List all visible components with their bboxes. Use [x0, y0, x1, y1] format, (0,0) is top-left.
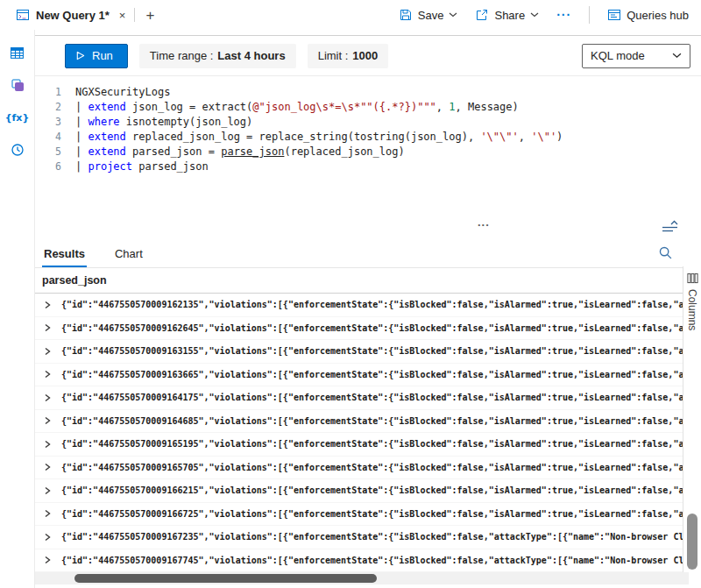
- row-json-text: {"id":"4467550570009167235","violations"…: [61, 532, 683, 542]
- code-text: NGXSecurityLogs: [75, 85, 170, 100]
- row-json-text: {"id":"4467550570009162135","violations"…: [61, 300, 683, 309]
- more-commands-button[interactable]: ···: [556, 8, 571, 22]
- panel-splitter: ...: [35, 218, 701, 237]
- queries-hub-button[interactable]: Queries hub: [607, 8, 689, 22]
- kql-mode-dropdown[interactable]: KQL mode: [582, 44, 690, 68]
- results-grid: parsed_json {"id":"4467550570009162135",…: [35, 267, 701, 572]
- row-json-text: {"id":"4467550570009166215","violations"…: [61, 485, 683, 495]
- vertical-scrollbar-thumb[interactable]: [687, 514, 697, 570]
- table-row[interactable]: {"id":"4467550570009167745","violations"…: [35, 549, 683, 573]
- search-icon[interactable]: [658, 245, 673, 260]
- row-json-text: {"id":"4467550570009164175","violations"…: [61, 393, 683, 402]
- table-row[interactable]: {"id":"4467550570009164175","violations"…: [35, 386, 683, 410]
- line-number: 1: [35, 85, 75, 100]
- tab-results[interactable]: Results: [42, 247, 87, 267]
- query-panel: Run Time range : Last 4 hours Limit : 10…: [35, 35, 701, 218]
- share-button[interactable]: Share: [475, 8, 539, 22]
- code-line[interactable]: 1NGXSecurityLogs: [35, 85, 701, 100]
- table-row[interactable]: {"id":"4467550570009164685","violations"…: [35, 410, 683, 434]
- tab-chart[interactable]: Chart: [113, 247, 145, 267]
- limit-button[interactable]: Limit : 1000: [308, 44, 389, 68]
- column-header-parsed-json[interactable]: parsed_json: [35, 267, 683, 294]
- code-text: | extend parsed_json = parse_json(replac…: [75, 145, 405, 159]
- code-line[interactable]: 4| extend replaced_json_log = replace_st…: [35, 130, 701, 145]
- expand-row-chevron-icon[interactable]: [43, 486, 52, 495]
- row-json-text: {"id":"4467550570009167745","violations"…: [61, 556, 683, 565]
- expand-row-chevron-icon[interactable]: [43, 370, 52, 379]
- expand-row-chevron-icon[interactable]: [43, 301, 52, 309]
- table-row[interactable]: {"id":"4467550570009163155","violations"…: [35, 340, 683, 364]
- expand-row-chevron-icon[interactable]: [43, 393, 52, 402]
- row-json-text: {"id":"4467550570009166725","violations"…: [61, 509, 683, 519]
- row-json-text: {"id":"4467550570009164685","violations"…: [61, 416, 683, 426]
- tab-label: New Query 1*: [36, 9, 110, 22]
- resize-handle[interactable]: ...: [478, 218, 490, 227]
- code-text: | where isnotempty(json_log): [75, 115, 252, 130]
- time-range-value: Last 4 hours: [217, 49, 285, 62]
- run-button[interactable]: Run: [65, 44, 128, 68]
- queries-hub-icon: [607, 8, 621, 22]
- code-line[interactable]: 6| project parsed_json: [35, 159, 701, 174]
- code-text: | extend replaced_json_log = replace_str…: [75, 130, 563, 145]
- horizontal-scrollbar-thumb[interactable]: [74, 574, 377, 583]
- tables-icon[interactable]: [7, 44, 28, 61]
- expand-row-chevron-icon[interactable]: [43, 509, 52, 518]
- horizontal-scrollbar[interactable]: [35, 572, 689, 584]
- results-rows: {"id":"4467550570009162135","violations"…: [35, 294, 683, 572]
- results-tab-bar: Results Chart: [35, 237, 701, 267]
- share-icon: [475, 8, 489, 22]
- query-editor[interactable]: 1NGXSecurityLogs2| extend json_log = ext…: [35, 76, 701, 218]
- table-row[interactable]: {"id":"4467550570009166725","violations"…: [35, 503, 683, 527]
- table-row[interactable]: {"id":"4467550570009162645","violations"…: [35, 317, 683, 341]
- line-number: 3: [35, 115, 75, 130]
- expand-row-chevron-icon[interactable]: [43, 440, 52, 449]
- row-json-text: {"id":"4467550570009165705","violations"…: [61, 463, 683, 472]
- tab-new-query[interactable]: New Query 1* ×: [0, 0, 134, 30]
- line-number: 6: [35, 159, 75, 174]
- query-tab-icon: [16, 8, 30, 22]
- save-label: Save: [418, 9, 444, 22]
- main-pane: Run Time range : Last 4 hours Limit : 10…: [35, 30, 701, 588]
- new-tab-button[interactable]: +: [145, 8, 154, 23]
- limit-label: Limit :: [318, 49, 349, 62]
- tab-bar: New Query 1* × + Save: [0, 0, 701, 30]
- code-line[interactable]: 5| extend parsed_json = parse_json(repla…: [35, 145, 701, 159]
- columns-panel-toggle[interactable]: Columns: [686, 273, 698, 330]
- row-json-text: {"id":"4467550570009165195","violations"…: [61, 439, 683, 449]
- expand-row-chevron-icon[interactable]: [43, 323, 52, 332]
- queries-hub-label: Queries hub: [627, 9, 689, 22]
- table-row[interactable]: {"id":"4467550570009165195","violations"…: [35, 433, 683, 457]
- expand-row-chevron-icon[interactable]: [43, 533, 52, 542]
- query-history-icon[interactable]: [7, 141, 28, 159]
- example-queries-icon[interactable]: [7, 76, 28, 94]
- query-toolbar: Run Time range : Last 4 hours Limit : 10…: [35, 36, 701, 76]
- expand-row-chevron-icon[interactable]: [43, 463, 52, 471]
- save-button[interactable]: Save: [399, 8, 458, 22]
- columns-panel-label: Columns: [686, 289, 698, 330]
- code-line[interactable]: 3| where isnotempty(json_log): [35, 115, 701, 130]
- functions-icon[interactable]: {fx}: [7, 109, 28, 126]
- row-json-text: {"id":"4467550570009162645","violations"…: [61, 323, 683, 333]
- chevron-down-icon: [530, 12, 539, 18]
- tab-close-icon[interactable]: ×: [119, 9, 126, 22]
- table-row[interactable]: {"id":"4467550570009162135","violations"…: [35, 294, 683, 317]
- expand-row-chevron-icon[interactable]: [43, 416, 52, 425]
- columns-icon: [687, 273, 698, 284]
- chevron-down-icon: [449, 12, 457, 18]
- collapse-editor-icon[interactable]: [662, 220, 678, 233]
- table-row[interactable]: {"id":"4467550570009165705","violations"…: [35, 457, 683, 480]
- topbar-actions: Save Share ···: [399, 6, 701, 24]
- table-row[interactable]: {"id":"4467550570009167235","violations"…: [35, 526, 683, 549]
- table-row[interactable]: {"id":"4467550570009166215","violations"…: [35, 479, 683, 503]
- time-range-label: Time range :: [150, 49, 214, 62]
- expand-row-chevron-icon[interactable]: [43, 556, 52, 564]
- time-range-button[interactable]: Time range : Last 4 hours: [139, 44, 296, 68]
- right-side-panel: Columns: [683, 266, 701, 572]
- limit-value: 1000: [352, 49, 378, 62]
- code-line[interactable]: 2| extend json_log = extract(@"json_log\…: [35, 100, 701, 115]
- save-icon: [399, 8, 413, 22]
- row-json-text: {"id":"4467550570009163665","violations"…: [61, 370, 683, 379]
- functions-label: {fx}: [5, 112, 30, 124]
- expand-row-chevron-icon[interactable]: [43, 347, 52, 356]
- table-row[interactable]: {"id":"4467550570009163665","violations"…: [35, 364, 683, 387]
